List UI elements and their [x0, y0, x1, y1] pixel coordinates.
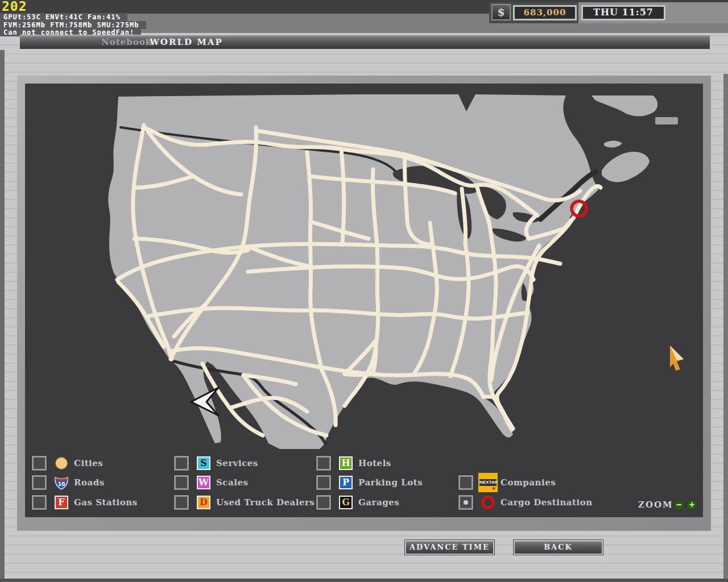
page-left-edge: [0, 50, 5, 582]
svg-text:10: 10: [58, 481, 65, 487]
city-dot-icon: [55, 457, 68, 469]
notebook-header-bar: Notebook: WORLD MAP: [20, 35, 710, 49]
legend-label: Cargo Destination: [500, 497, 593, 508]
legend-label: Scales: [216, 477, 248, 488]
legend-label: Cities: [74, 458, 103, 468]
legend-label: Hotels: [358, 458, 391, 468]
page-bottom-edge: [0, 579, 728, 582]
scales-icon: W: [197, 476, 210, 489]
legend-label: Garages: [358, 497, 399, 508]
services-checkbox[interactable]: [174, 456, 189, 471]
advance-time-button[interactable]: ADVANCE TIME: [405, 540, 494, 555]
map-panel: [25, 84, 703, 517]
legend-label: Used Truck Dealers: [216, 497, 315, 508]
checkbox-dot: [464, 500, 468, 505]
cargo-destination-checkbox[interactable]: [458, 495, 473, 510]
legend-label: Parking Lots: [358, 477, 423, 488]
zoom-label: ZOOM: [638, 500, 673, 510]
roads-checkbox[interactable]: [32, 475, 47, 490]
used-truck-dealers-checkbox[interactable]: [174, 495, 189, 510]
nextar-logo-star: ★: [491, 486, 496, 491]
garages-checkbox[interactable]: [316, 495, 331, 510]
interstate-shield-icon: 10: [54, 475, 69, 490]
legend-label: Roads: [74, 477, 105, 488]
cities-checkbox[interactable]: [32, 456, 47, 471]
game-screen: 202 GPUt:53C ENVt:41C Fan:41% FVM:256Mb …: [0, 0, 728, 582]
fps-counter: 202: [2, 0, 27, 14]
zoom-in-button[interactable]: +: [686, 500, 697, 510]
services-icon: S: [197, 456, 210, 470]
zoom-out-button[interactable]: −: [673, 500, 684, 510]
world-map[interactable]: [25, 84, 703, 517]
hotel-icon: H: [339, 456, 353, 470]
parking-lots-checkbox[interactable]: [316, 475, 331, 490]
parking-lot-icon: P: [339, 476, 353, 489]
gas-station-icon: F: [55, 496, 68, 509]
page-title: WORLD MAP: [150, 37, 223, 47]
overlay-line-memory: FVM:256Mb FTM:758Mb SMU:275Mb: [0, 21, 146, 29]
dollar-icon: $: [491, 4, 511, 20]
legend-label: Services: [216, 458, 258, 468]
truck-dealer-icon: D: [197, 496, 210, 509]
back-button[interactable]: BACK: [514, 540, 603, 555]
map-scroll-bar: [655, 117, 678, 124]
legend-label: Companies: [500, 477, 556, 488]
hotels-checkbox[interactable]: [316, 456, 331, 471]
datetime-display: THU 11:57: [581, 5, 665, 20]
garage-icon: G: [339, 496, 353, 509]
notebook-label: Notebook:: [101, 37, 156, 47]
companies-checkbox[interactable]: [458, 475, 473, 490]
money-display: 683,000: [513, 5, 577, 20]
gas-stations-checkbox[interactable]: [32, 495, 47, 510]
mouse-cursor-icon: [670, 346, 684, 371]
overlay-line-gpu: GPUt:53C ENVt:41C Fan:41%: [0, 13, 127, 21]
scales-checkbox[interactable]: [174, 475, 189, 490]
cargo-destination-icon: [481, 496, 495, 509]
page-right-edge: [723, 74, 728, 579]
company-logo-icon: NEXTAR★: [478, 473, 498, 492]
landmass: [108, 94, 678, 449]
legend-label: Gas Stations: [74, 497, 138, 508]
